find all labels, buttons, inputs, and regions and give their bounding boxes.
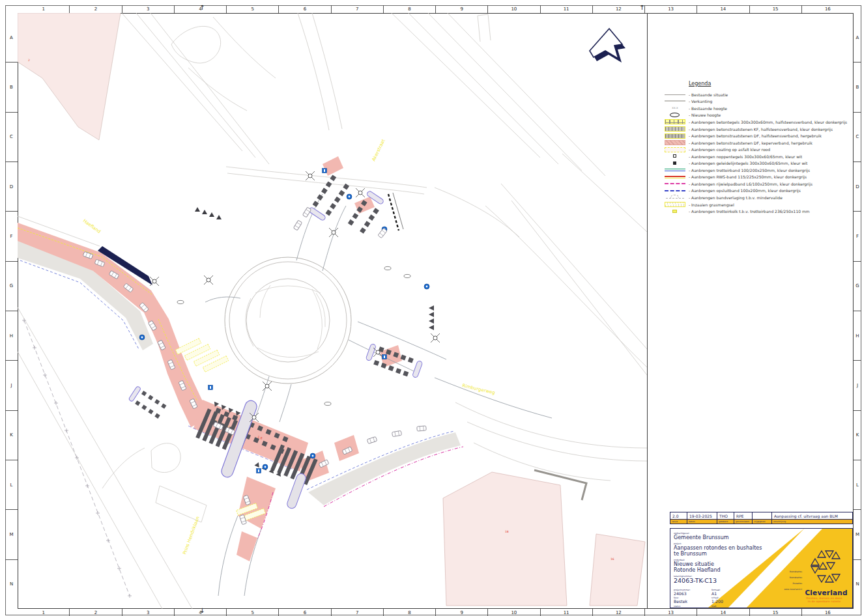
revision-header-label: datum [687, 520, 717, 524]
north-arrow-icon [590, 29, 625, 63]
revision-header-label: omschrijving [772, 520, 852, 524]
company-address-line: www.cleverland.nl [768, 587, 802, 593]
legend-item-label: - Aanbrengen rijwielpadband L6/100x250mm… [689, 182, 812, 186]
legend-item-label: - Aanbrengen noppentegels 300x300x60/65m… [689, 154, 802, 159]
field-value: 1:200 [711, 599, 752, 604]
grid-col-label: 9 [435, 5, 487, 13]
grid-col-label: 11 [540, 5, 592, 13]
legend-item-label: - Aanbrengen betontegels 300x300x60mm, h… [689, 120, 847, 124]
title-block-field: formaat: A1 [711, 587, 752, 596]
legend-swatch [665, 181, 685, 186]
grid-row-label: G [5, 261, 18, 311]
legend-item-label: - Aanbrengen betonstraatstenen DF, keper… [689, 141, 812, 145]
revision-header-row: versiedatumgetekendgecontroleerdvrijgege… [670, 519, 852, 524]
company-name: Cleverland [798, 589, 853, 596]
grid-row-label: C [5, 112, 18, 161]
legend-item: - Aanbrengen coating op asfalt kleur roo… [665, 146, 855, 153]
fold-mark-icon: ↑ [639, 5, 644, 11]
title-block: opdrachtgever: Gemeente Brunssum project… [670, 528, 853, 608]
grid-col-label: 15 [749, 5, 801, 13]
grid-col-label: 1 [18, 609, 69, 616]
legend-item: - Aanbrengen trottoirkolk t.b.v. trottoi… [665, 208, 855, 215]
legend-item: - Aanbrengen RWS-band 115/225x250mm, kle… [665, 174, 855, 181]
cadastral-boundary [22, 318, 132, 598]
grid-ruler-top: 12345678910111213141516 [18, 5, 854, 13]
street-label: Rimburgerweg [462, 383, 496, 395]
grid-col-label: 16 [801, 5, 854, 13]
street-label: Akerstraat [371, 138, 386, 161]
legend-swatch [665, 202, 685, 207]
panel-divider [647, 13, 648, 609]
grid-col-label: 13 [644, 609, 697, 616]
legend-swatch [665, 99, 685, 104]
legend-items: - Bestaande situatie - Verkanting xx.x -… [665, 91, 855, 215]
grid-col-label: 8 [383, 5, 435, 13]
revision-header-label: getekend [717, 520, 734, 524]
crossing-north-1 [308, 175, 349, 222]
legend-title: Legenda [689, 81, 855, 87]
client-name: Gemeente Brunssum [674, 535, 762, 540]
title-block-fields: projectnummer: 24063 formaat: A1 fase: B… [674, 587, 752, 608]
revision-version: 2.0 [670, 512, 687, 519]
legend-item: - Aanbrengen geleidelijntegels 300x300x6… [665, 160, 855, 167]
legend-item: - Aanbrengen bandverlaging t.b.v. minder… [665, 194, 855, 201]
parcels [18, 13, 645, 606]
legend-swatch [665, 126, 685, 132]
grid-row-label: K [5, 410, 18, 460]
grid-col-label: 16 [801, 609, 854, 616]
field-value: A1 [711, 591, 752, 596]
grid-row-label: K [854, 410, 861, 460]
legend-swatch [665, 92, 685, 97]
site-plan-drawing: Haefland Akerstraat Rimburgerweg Prins H… [18, 13, 647, 609]
legend-item-label: - Inzaaien grasmengsel [689, 203, 734, 207]
legend-item-label: - Aanbrengen trottoirkolk t.b.v. trottoi… [689, 209, 810, 214]
grid-col-label: 7 [331, 609, 383, 616]
revision-released-by [753, 512, 772, 519]
legend-swatch [665, 154, 685, 159]
grid-row-label: A [5, 13, 18, 62]
grid-row-label: M [854, 509, 861, 559]
revision-header-label: vrijgegeven [753, 520, 772, 524]
revision-drawn-by: THO [717, 512, 734, 519]
grid-col-label: 9 [435, 609, 487, 616]
red-annotation: 18 [505, 530, 509, 533]
legend-item-label: - Aanbrengen opsluitband 100x200mm, kleu… [689, 188, 801, 193]
grid-row-label: F [854, 211, 861, 260]
title-block-field: projectnummer: 24063 [674, 587, 711, 596]
grid-row-label: M [5, 509, 18, 559]
street-label: Prins Hendriklaan [182, 516, 201, 555]
legend-swatch [665, 140, 685, 145]
legend-item-label: - Aanbrengen coating op asfalt kleur roo… [689, 147, 770, 152]
grid-col-label: 8 [383, 609, 435, 616]
field-value: 24063 [674, 591, 711, 596]
grid-col-label: 11 [540, 609, 592, 616]
legend-item-label: - Aanbrengen bandverlaging t.b.v. minder… [689, 195, 783, 200]
field-value: 1 van 1 [711, 608, 752, 609]
company-address-line: Bezoekadres [768, 575, 802, 581]
grid-ruler-bottom: 12345678910111213141516 [18, 609, 854, 616]
revision-header-label: gecontroleerd [734, 520, 753, 524]
legend-item: - Inzaaien grasmengsel [665, 201, 855, 208]
part-line2: Rotonde Haefland [674, 567, 762, 573]
crossing-west [128, 386, 167, 419]
legend-swatch [665, 119, 685, 124]
company-tagline-line2: in de openbare ruimte [794, 600, 853, 603]
project-name-line2: te Brunssum [674, 551, 762, 557]
red-annotation: 16 [611, 557, 614, 561]
company-logo-icon [806, 547, 848, 587]
title-block-field: schaal: 1:200 [711, 596, 752, 604]
legend-swatch [665, 175, 685, 180]
project-name-line1: Aanpassen rotondes en bushaltes [674, 545, 762, 551]
company-address: BezoekadresBezoekadresPostadreswww.cleve… [768, 569, 802, 593]
fold-mark-icon: ↑ [199, 5, 205, 11]
grid-col-label: 2 [69, 609, 121, 616]
revision-header-label: versie [670, 520, 687, 524]
legend-swatch [665, 133, 685, 139]
grid-row-label: J [5, 360, 18, 410]
grid-row-label: B [5, 62, 18, 111]
grid-col-label: 6 [278, 609, 330, 616]
legend-swatch [665, 147, 685, 152]
legend-item-label: - Aanbrengen betonstraatstenen DF, halfs… [689, 133, 822, 138]
company-address-line: Bezoekadres [768, 569, 802, 575]
grid-ruler-left: ABCDFGHJKLMN [5, 13, 18, 609]
